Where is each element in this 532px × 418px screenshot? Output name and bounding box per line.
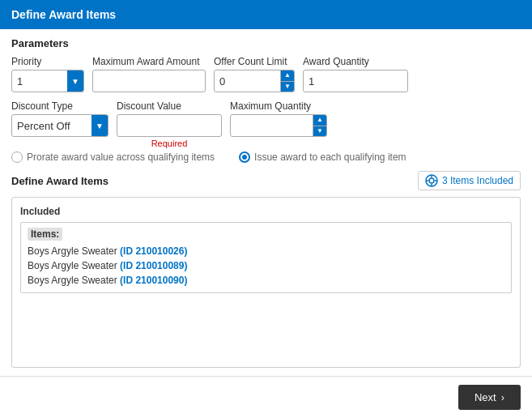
max-qty-label: Maximum Quantity (230, 100, 327, 112)
params-row-1: Priority 1 ▼ Maximum Award Amount Offer … (11, 56, 521, 92)
discount-type-field: Discount Type Percent Off ▼ (11, 100, 109, 137)
max-qty-up-icon[interactable]: ▲ (313, 115, 326, 126)
discount-value-field: Discount Value Required (117, 100, 222, 148)
params-row-2: Discount Type Percent Off ▼ Discount Val… (11, 100, 521, 148)
prorate-option[interactable]: Prorate award value across qualifying it… (11, 151, 215, 163)
offer-count-down-icon[interactable]: ▼ (281, 82, 294, 92)
list-item: Boys Argyle Sweater (ID 210010026) (28, 244, 504, 258)
max-qty-field: Maximum Quantity ▲ ▼ (230, 100, 327, 137)
max-qty-spinner: ▲ ▼ (230, 114, 327, 137)
parameters-label: Parameters (11, 37, 521, 49)
discount-value-input[interactable] (117, 114, 222, 137)
items-inner-box: Items: Boys Argyle Sweater (ID 210010026… (20, 222, 512, 293)
list-item: Boys Argyle Sweater (ID 210010090) (28, 273, 504, 288)
priority-arrow-icon[interactable]: ▼ (67, 70, 83, 92)
max-qty-arrows: ▲ ▼ (313, 115, 326, 136)
priority-value: 1 (12, 72, 67, 91)
item-id-2: (ID 210010089) (120, 260, 187, 271)
item-name-3: Boys Argyle Sweater (28, 275, 120, 286)
list-item: Boys Argyle Sweater (ID 210010089) (28, 258, 504, 273)
max-award-label: Maximum Award Amount (92, 56, 206, 67)
required-text: Required (117, 139, 222, 148)
items-included-badge[interactable]: 3 Items Included (418, 171, 521, 190)
offer-count-spinner: 0 ▲ ▼ (214, 70, 295, 92)
offer-count-value: 0 (215, 72, 280, 91)
discount-value-label: Discount Value (117, 100, 222, 112)
discount-type-value: Percent Off (12, 117, 92, 135)
award-qty-label: Award Quantity (303, 56, 408, 67)
max-award-field: Maximum Award Amount (92, 56, 206, 92)
priority-label: Priority (11, 56, 84, 67)
prorate-radio-icon[interactable] (11, 151, 23, 163)
items-included-text: 3 Items Included (442, 175, 513, 186)
award-qty-input[interactable] (303, 70, 408, 92)
next-label: Next (475, 391, 496, 403)
svg-point-1 (429, 178, 434, 183)
page-header: Define Award Items (0, 0, 532, 29)
prorate-label: Prorate award value across qualifying it… (27, 151, 215, 163)
define-award-row: Define Award Items 3 Items Included (11, 171, 521, 190)
item-name-1: Boys Argyle Sweater (28, 245, 120, 257)
included-box: Included Items: Boys Argyle Sweater (ID … (11, 197, 521, 368)
discount-type-arrow-icon[interactable]: ▼ (92, 115, 108, 136)
items-header: Items: (28, 228, 62, 241)
content-area: Parameters Priority 1 ▼ Maximum Award Am… (0, 29, 532, 376)
next-arrow-icon: › (501, 391, 504, 403)
included-label: Included (20, 206, 512, 217)
offer-count-field: Offer Count Limit 0 ▲ ▼ (214, 56, 295, 92)
award-qty-field: Award Quantity (303, 56, 408, 92)
item-id-3: (ID 210010090) (120, 275, 187, 286)
page-wrapper: Define Award Items Parameters Priority 1… (0, 0, 532, 418)
max-qty-down-icon[interactable]: ▼ (313, 126, 326, 137)
define-award-title: Define Award Items (11, 175, 109, 187)
gear-icon (425, 174, 438, 187)
discount-type-label: Discount Type (11, 100, 109, 112)
item-name-2: Boys Argyle Sweater (28, 260, 120, 271)
item-id-1: (ID 210010026) (120, 245, 187, 257)
max-award-input[interactable] (92, 70, 206, 92)
offer-count-up-icon[interactable]: ▲ (281, 70, 294, 82)
offer-count-label: Offer Count Limit (214, 56, 295, 67)
footer: Next › (0, 376, 532, 418)
next-button[interactable]: Next › (458, 385, 521, 410)
radio-row: Prorate award value across qualifying it… (11, 151, 521, 163)
discount-type-select[interactable]: Percent Off ▼ (11, 114, 109, 137)
max-qty-value (231, 122, 313, 129)
priority-field: Priority 1 ▼ (11, 56, 84, 92)
priority-select[interactable]: 1 ▼ (11, 70, 84, 92)
issue-option[interactable]: Issue award to each qualifying item (239, 151, 406, 163)
header-title: Define Award Items (11, 8, 116, 21)
offer-count-arrows: ▲ ▼ (280, 70, 294, 92)
issue-radio-icon[interactable] (239, 151, 250, 163)
issue-label: Issue award to each qualifying item (254, 151, 406, 163)
